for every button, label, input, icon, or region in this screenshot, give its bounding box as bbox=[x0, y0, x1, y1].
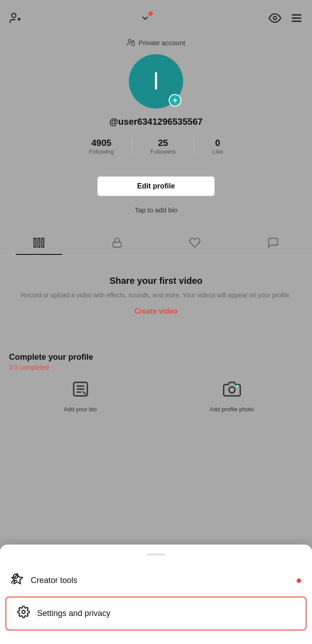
complete-bio-item[interactable]: Add your bio bbox=[9, 380, 151, 413]
svg-rect-12 bbox=[113, 242, 121, 247]
svg-point-0 bbox=[12, 14, 16, 18]
sheet-handle bbox=[147, 554, 165, 555]
svg-rect-10 bbox=[38, 238, 40, 247]
complete-photo-item[interactable]: Add profile photo bbox=[161, 380, 303, 413]
followers-label: Followers bbox=[151, 148, 176, 155]
svg-rect-11 bbox=[42, 238, 44, 247]
visibility-button[interactable] bbox=[269, 12, 281, 24]
edit-profile-button[interactable]: Edit profile bbox=[97, 176, 215, 196]
create-video-button[interactable]: Create video bbox=[134, 307, 178, 315]
likes-label: Like bbox=[212, 148, 223, 155]
tab-videos[interactable] bbox=[0, 230, 78, 255]
complete-profile-title: Complete your profile bbox=[9, 353, 303, 362]
username: @user6341296535567 bbox=[0, 117, 312, 127]
tab-liked[interactable] bbox=[156, 230, 234, 255]
followers-count: 25 bbox=[158, 138, 168, 148]
tab-saved[interactable] bbox=[234, 230, 312, 255]
following-label: Following bbox=[89, 148, 114, 155]
settings-privacy-item[interactable]: Settings and privacy bbox=[5, 597, 307, 630]
private-account-row: Private account bbox=[0, 38, 312, 47]
following-count: 4905 bbox=[91, 138, 112, 148]
svg-point-7 bbox=[128, 39, 131, 42]
complete-profile-progress: 2/3 completed bbox=[9, 364, 303, 371]
empty-state: Share your first video Record or upload … bbox=[0, 267, 312, 324]
complete-profile-items: Add your bio Add profile photo bbox=[9, 380, 303, 413]
bottom-sheet: Creator tools Settings and privacy bbox=[0, 545, 312, 644]
settings-icon bbox=[17, 606, 30, 621]
avatar-add-button[interactable]: + bbox=[169, 94, 181, 107]
empty-state-title: Share your first video bbox=[109, 276, 203, 286]
avatar-container[interactable]: l + bbox=[129, 54, 183, 108]
add-user-button[interactable] bbox=[9, 12, 22, 24]
videos-tab-icon bbox=[33, 237, 45, 249]
tab-private[interactable] bbox=[78, 231, 156, 254]
creator-tools-icon bbox=[11, 573, 24, 588]
account-switcher[interactable] bbox=[140, 13, 150, 23]
creator-tools-item[interactable]: Creator tools bbox=[0, 564, 312, 597]
creator-tools-dot bbox=[297, 578, 301, 583]
following-stat[interactable]: 4905 Following bbox=[71, 138, 132, 155]
notification-dot bbox=[148, 11, 153, 16]
private-account-icon bbox=[127, 38, 135, 47]
top-navigation bbox=[0, 0, 312, 36]
nav-right-icons bbox=[269, 12, 303, 24]
followers-stat[interactable]: 25 Followers bbox=[132, 138, 194, 155]
svg-point-22 bbox=[22, 611, 25, 614]
likes-count: 0 bbox=[215, 138, 220, 148]
photo-item-label: Add profile photo bbox=[209, 406, 254, 413]
saved-tab-icon bbox=[267, 237, 279, 249]
bio-placeholder[interactable]: Tap to add bio bbox=[0, 206, 312, 214]
svg-rect-8 bbox=[132, 42, 135, 46]
empty-state-description: Record or upload a video with effects, s… bbox=[21, 291, 291, 300]
private-account-label: Private account bbox=[138, 39, 185, 47]
profile-tabs bbox=[0, 230, 312, 255]
svg-point-3 bbox=[274, 17, 277, 20]
liked-tab-icon bbox=[189, 237, 201, 249]
menu-button[interactable] bbox=[290, 12, 303, 24]
svg-rect-9 bbox=[34, 238, 36, 247]
likes-stat[interactable]: 0 Like bbox=[194, 138, 241, 155]
settings-privacy-label: Settings and privacy bbox=[37, 609, 110, 618]
photo-item-icon bbox=[223, 380, 241, 402]
complete-profile-section: Complete your profile 2/3 completed Add … bbox=[0, 343, 312, 413]
bio-item-icon bbox=[71, 380, 90, 402]
svg-point-18 bbox=[229, 387, 235, 393]
private-tab-icon bbox=[112, 237, 123, 248]
bio-item-label: Add your bio bbox=[64, 406, 97, 413]
creator-tools-label: Creator tools bbox=[31, 576, 77, 585]
stats-row: 4905 Following 25 Followers 0 Like bbox=[0, 138, 312, 155]
